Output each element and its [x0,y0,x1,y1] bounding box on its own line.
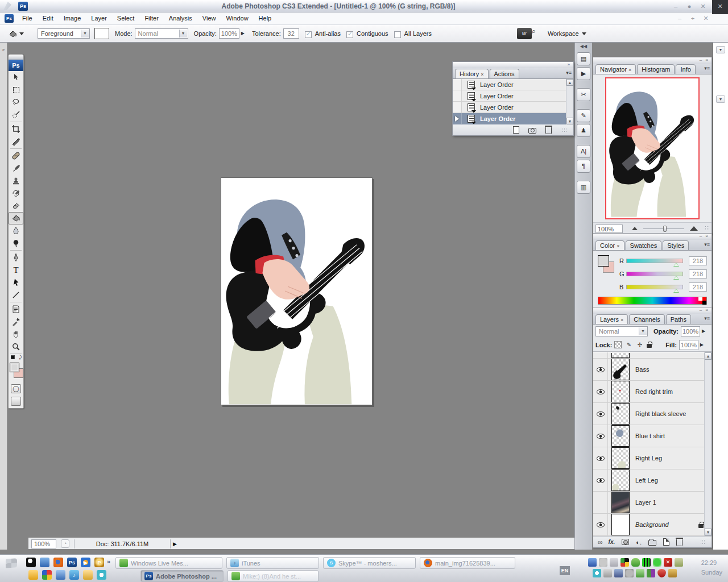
panel-header[interactable]: » [453,62,573,68]
zoom-out-icon[interactable] [632,227,638,230]
layer-thumbnail[interactable] [611,469,630,491]
tab-color[interactable]: Color× [595,240,624,250]
layer-row-red-right-trim[interactable]: Red right trim [593,381,712,403]
opacity-slider-arrow[interactable]: ▶ [239,28,246,39]
tool-presets-panel-button[interactable]: ✂ [577,88,590,101]
eye-icon[interactable] [597,478,605,483]
history-source-cell[interactable] [453,90,462,101]
layer-thumbnail[interactable] [611,447,630,469]
paint-bucket-options-icon[interactable] [8,30,25,38]
tab-navigator[interactable]: Navigator× [595,64,636,74]
menu-select[interactable]: Select [112,13,140,24]
foreground-color-swatch[interactable] [598,255,609,267]
color-spectrum-ramp[interactable] [598,297,707,305]
taskbar-button-photoshop[interactable]: Ps Adobe Photoshop ... [140,570,224,582]
visibility-cell[interactable] [593,403,608,425]
taskbar-button-itunes[interactable]: ♪ iTunes [226,557,319,569]
taskbar-clock[interactable]: 22:29 Sunday [701,558,722,577]
close-button[interactable]: ✕ [698,2,708,10]
layer-thumbnail[interactable] [611,353,630,358]
resize-grip[interactable] [562,127,568,133]
delete-state-icon[interactable] [545,127,552,134]
tab-actions[interactable]: Actions [490,69,519,78]
lock-pixels-icon[interactable]: ✎ [625,341,632,348]
menu-analysis[interactable]: Analysis [164,13,197,24]
status-version-cue-icon[interactable]: ◔ [61,539,69,548]
quicklaunch-messenger-icon[interactable] [40,558,49,567]
history-source-cell[interactable] [453,79,462,90]
layer-thumbnail[interactable] [611,514,630,535]
layer-comps-panel-button[interactable]: ▥ [577,181,590,194]
healing-brush-tool[interactable] [9,149,23,162]
history-state-label[interactable]: Layer Order [480,81,514,88]
go-to-bridge-button[interactable]: Br [517,28,532,39]
move-tool[interactable] [9,71,23,84]
adjustment-layer-icon[interactable]: ◐. [636,539,642,546]
layer-name[interactable]: Left Leg [635,477,658,484]
background-close-icon[interactable]: ✕ [712,0,728,13]
tray-mic-muted-icon[interactable] [603,569,612,577]
layer-row-partial[interactable] [593,352,712,359]
layer-row-blue-t-shirt[interactable]: Blue t shirt [593,425,712,447]
tab-history[interactable]: History× [455,69,489,78]
hand-tool[interactable] [9,328,23,340]
menu-filter[interactable]: Filter [139,13,163,24]
zoom-tool[interactable] [9,340,23,353]
quicklaunch-firefox-icon[interactable] [53,558,63,567]
tray-speaker-icon[interactable] [625,569,634,577]
eye-icon[interactable] [597,389,605,394]
menu-file[interactable]: File [17,13,38,24]
tray-network-icon[interactable] [588,558,597,567]
visibility-cell[interactable] [593,492,608,513]
clone-source-panel-button[interactable]: ♟ [577,124,590,137]
contiguous-checkbox[interactable] [346,31,353,38]
lock-all-icon[interactable] [647,344,652,348]
language-indicator[interactable]: EN [560,566,570,575]
eye-icon[interactable] [597,434,605,439]
quicklaunch-itunes-icon[interactable]: ♪ [69,570,79,580]
tray-volume-sync-icon[interactable] [675,558,683,567]
eye-icon[interactable] [597,522,605,527]
doc-restore-button[interactable]: ÷ [689,14,697,22]
new-group-icon[interactable] [648,540,656,546]
layer-thumbnail[interactable] [611,492,630,513]
quicklaunch-documents-icon[interactable] [83,570,93,580]
quicklaunch-mediaplayer-icon[interactable]: ▶ [81,558,90,567]
quicklaunch-msn-icon[interactable] [56,570,65,580]
new-snapshot-icon[interactable] [528,128,536,134]
scroll-up-icon[interactable]: ▲ [705,352,712,360]
green-slider[interactable] [626,272,683,276]
scroll-down-icon[interactable]: ▼ [566,118,573,124]
expand-dock-icon[interactable]: » [2,47,5,52]
tray-itunes-icon[interactable] [610,558,618,567]
type-tool[interactable]: T [9,264,23,276]
tab-paths[interactable]: Paths [666,314,691,324]
layers-opacity-field[interactable]: 100% [681,326,700,336]
quicklaunch-photoshop-icon[interactable]: Ps [67,558,77,567]
taskbar-button-skype[interactable]: S Skype™ - moshers... [323,557,416,569]
visibility-cell[interactable] [593,425,608,447]
paint-bucket-tool[interactable] [9,212,23,225]
taskbar-button-windows-live[interactable]: Windows Live Mes... [115,557,222,569]
tab-histogram[interactable]: Histogram [637,64,675,74]
collapse-dock-arrows-icon[interactable]: ◀◀ [575,43,592,51]
layer-thumbnail[interactable] [611,425,630,447]
quicklaunch-share-icon[interactable] [42,570,52,580]
history-state[interactable]: Layer Order [453,90,573,102]
line-shape-tool[interactable] [9,289,23,301]
tray-upload-icon[interactable] [636,569,644,577]
panel-group-header[interactable]: – × [593,234,712,240]
visibility-cell[interactable] [593,359,608,380]
layers-opacity-arrow[interactable]: ▶ [700,326,707,336]
tray-network-error-icon[interactable] [614,569,623,577]
doc-minimize-button[interactable]: – [676,14,684,22]
add-mask-icon[interactable] [622,539,629,545]
menu-view[interactable]: View [197,13,221,24]
history-scrollbar[interactable]: ▲ ▼ [566,79,573,124]
layer-name[interactable]: Layer 1 [635,499,656,506]
start-button[interactable] [6,558,17,568]
panel-menu-icon[interactable]: ▾≡ [704,242,710,247]
layer-row-bass[interactable]: Bass [593,359,712,381]
clone-stamp-tool[interactable] [9,174,23,187]
workspace-menu[interactable]: Workspace [548,30,586,37]
